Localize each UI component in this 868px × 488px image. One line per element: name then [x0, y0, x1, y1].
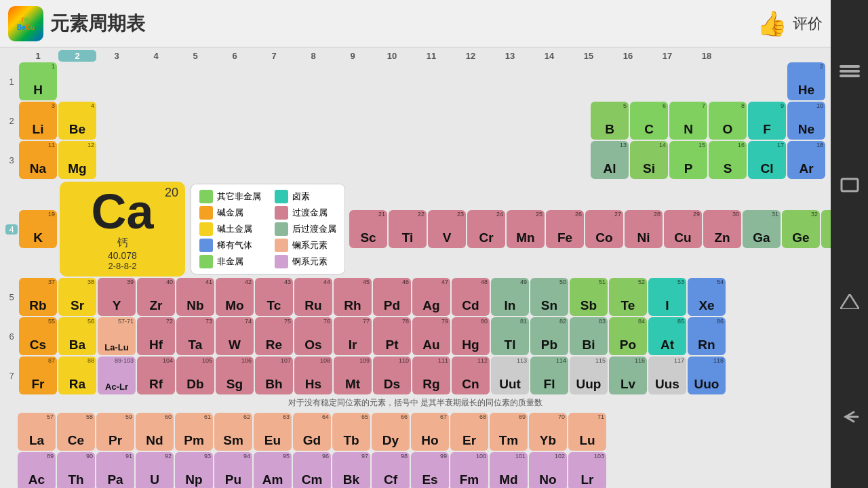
element-Ca-featured[interactable]: 20 Ca 钙 40.078 2-8-8-2 [60, 182, 185, 277]
element-Ar[interactable]: 18Ar [787, 141, 825, 179]
element-C[interactable]: 6C [630, 102, 668, 140]
element-La[interactable]: 57La [18, 413, 56, 451]
element-Fl[interactable]: 114Fl [530, 357, 568, 394]
nav-menu-icon[interactable] [836, 288, 863, 315]
element-Cd[interactable]: 48Cd [452, 278, 490, 316]
element-Sn[interactable]: 50Sn [530, 278, 568, 316]
element-Th[interactable]: 90Th [57, 452, 95, 488]
element-Pd[interactable]: 46Pd [373, 278, 411, 316]
element-Pt[interactable]: 78Pt [373, 317, 411, 355]
element-Te[interactable]: 52Te [609, 278, 647, 316]
element-Uus[interactable]: 117Uus [648, 357, 686, 394]
element-Po[interactable]: 84Po [609, 317, 647, 355]
element-Lv[interactable]: 116Lv [609, 357, 647, 394]
element-Au[interactable]: 79Au [412, 317, 450, 355]
element-Pm[interactable]: 61Pm [175, 413, 213, 451]
element-I[interactable]: 53I [648, 278, 686, 316]
element-K[interactable]: 19K [19, 210, 57, 248]
element-Ir[interactable]: 77Ir [334, 317, 372, 355]
element-Nb[interactable]: 41Nb [176, 278, 214, 316]
element-U[interactable]: 92U [136, 452, 174, 488]
element-Ge[interactable]: 32Ge [782, 210, 820, 248]
element-Rn[interactable]: 86Rn [688, 317, 726, 355]
element-Lu[interactable]: 71Lu [568, 413, 606, 451]
element-Gd[interactable]: 64Gd [293, 413, 331, 451]
element-Li[interactable]: 3Li [19, 102, 57, 140]
element-Cu[interactable]: 29Cu [664, 210, 702, 248]
element-Am[interactable]: 95Am [254, 452, 292, 488]
element-Rb[interactable]: 37Rb [19, 278, 57, 316]
nav-back2-icon[interactable] [836, 403, 863, 430]
element-Mt[interactable]: 109Mt [334, 357, 372, 394]
element-Cs[interactable]: 55Cs [19, 317, 57, 355]
element-Co[interactable]: 27Co [585, 210, 623, 248]
element-Ne[interactable]: 10Ne [787, 102, 825, 140]
element-Al[interactable]: 13Al [591, 141, 629, 179]
element-Eu[interactable]: 63Eu [254, 413, 292, 451]
element-Pu[interactable]: 94Pu [214, 452, 252, 488]
element-Cl[interactable]: 17Cl [748, 141, 786, 179]
nav-back-icon[interactable] [836, 58, 863, 85]
element-Hf[interactable]: 72Hf [137, 317, 175, 355]
element-Pa[interactable]: 91Pa [96, 452, 134, 488]
element-Dy[interactable]: 66Dy [372, 413, 410, 451]
element-Sm[interactable]: 62Sm [214, 413, 252, 451]
element-Er[interactable]: 68Er [450, 413, 488, 451]
element-Tc[interactable]: 43Tc [255, 278, 293, 316]
thumbs-up-icon[interactable]: 👍 [757, 9, 787, 38]
element-Xe[interactable]: 54Xe [688, 278, 726, 316]
element-Uup[interactable]: 115Uup [570, 357, 608, 394]
rate-label[interactable]: 评价 [793, 14, 823, 34]
element-Tl[interactable]: 81Tl [491, 317, 529, 355]
element-Ce[interactable]: 58Ce [57, 413, 95, 451]
element-Bh[interactable]: 107Bh [255, 357, 293, 394]
element-Hs[interactable]: 108Hs [294, 357, 332, 394]
element-O[interactable]: 8O [709, 102, 747, 140]
element-Es[interactable]: 99Es [411, 452, 449, 488]
element-Mg[interactable]: 12Mg [58, 141, 96, 179]
nav-home-icon[interactable] [836, 173, 863, 200]
element-Uuo[interactable]: 118Uuo [688, 357, 726, 394]
element-Sb[interactable]: 51Sb [570, 278, 608, 316]
element-Yb[interactable]: 70Yb [529, 413, 567, 451]
element-He[interactable]: 2He [787, 62, 825, 100]
element-Sr[interactable]: 38Sr [58, 278, 96, 316]
element-Pr[interactable]: 59Pr [96, 413, 134, 451]
element-Pb[interactable]: 82Pb [530, 317, 568, 355]
element-Re[interactable]: 75Re [255, 317, 293, 355]
element-W[interactable]: 74W [216, 317, 254, 355]
element-Zn[interactable]: 30Zn [703, 210, 741, 248]
element-Y[interactable]: 39Y [98, 278, 136, 316]
element-Np[interactable]: 93Np [175, 452, 213, 488]
element-Fr[interactable]: 87Fr [19, 357, 57, 394]
element-Cr[interactable]: 24Cr [467, 210, 505, 248]
element-Na[interactable]: 11Na [19, 141, 57, 179]
element-Zr[interactable]: 40Zr [137, 278, 175, 316]
element-Hg[interactable]: 80Hg [452, 317, 490, 355]
element-V[interactable]: 23V [428, 210, 466, 248]
element-Ta[interactable]: 73Ta [176, 317, 214, 355]
element-Os[interactable]: 76Os [294, 317, 332, 355]
element-Ds[interactable]: 110Ds [373, 357, 411, 394]
element-Tb[interactable]: 65Tb [332, 413, 370, 451]
element-No[interactable]: 102No [529, 452, 567, 488]
element-Ru[interactable]: 44Ru [294, 278, 332, 316]
element-Cf[interactable]: 98Cf [372, 452, 410, 488]
element-Ti[interactable]: 22Ti [389, 210, 427, 248]
element-Cn[interactable]: 112Cn [452, 357, 490, 394]
header-right[interactable]: 👍 评价 [757, 9, 823, 38]
element-Ag[interactable]: 47Ag [412, 278, 450, 316]
element-Ga[interactable]: 31Ga [743, 210, 781, 248]
element-Ac-Lr[interactable]: 89-103Ac-Lr [98, 357, 136, 394]
element-La-Lu[interactable]: 57-71La-Lu [98, 317, 136, 355]
element-Mo[interactable]: 42Mo [216, 278, 254, 316]
element-In[interactable]: 49In [491, 278, 529, 316]
element-Si[interactable]: 14Si [630, 141, 668, 179]
element-H[interactable]: 1H [19, 62, 57, 100]
element-F[interactable]: 9F [748, 102, 786, 140]
element-S[interactable]: 16S [709, 141, 747, 179]
element-Cm[interactable]: 96Cm [293, 452, 331, 488]
element-Ra[interactable]: 88Ra [58, 357, 96, 394]
element-P[interactable]: 15P [669, 141, 707, 179]
element-Db[interactable]: 105Db [176, 357, 214, 394]
